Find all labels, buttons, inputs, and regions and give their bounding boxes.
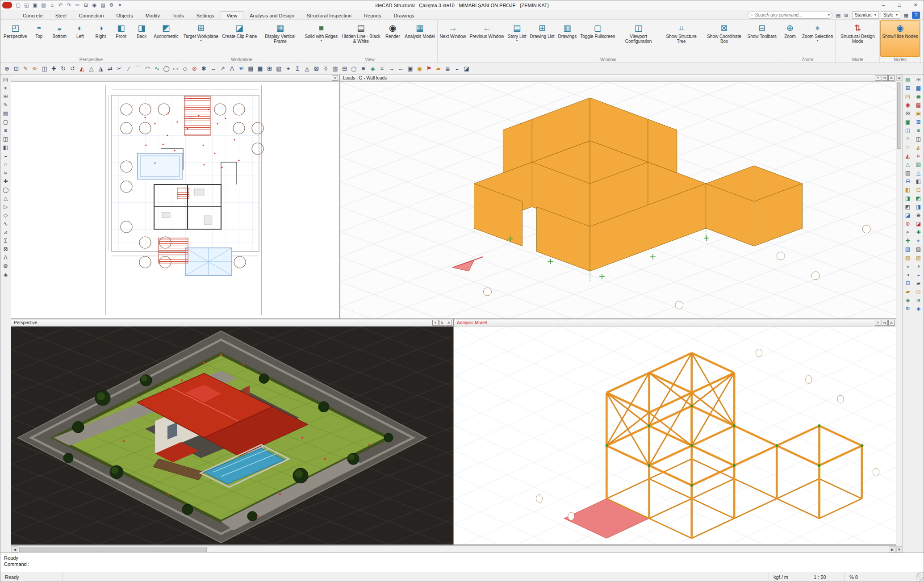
left-toolbar-icon[interactable]: ◧ — [1, 143, 10, 152]
scroll-down-icon[interactable]: ▼ — [896, 546, 902, 553]
left-toolbar-icon[interactable]: ✎ — [1, 101, 10, 109]
ribbon-button[interactable]: ◐ Left — [70, 20, 90, 57]
ribbon-tab[interactable]: Modify — [139, 11, 166, 19]
close-button[interactable]: ✕ — [907, 0, 924, 10]
ribbon-button[interactable]: ▤ Hidden Line - Black & White — [339, 20, 382, 57]
viewport-button[interactable]: A — [888, 75, 895, 81]
quick-access-icon[interactable]: ◱ — [22, 1, 31, 9]
command-area[interactable]: Ready Command : — [0, 553, 924, 572]
right-toolbar-icon[interactable]: ⊡ — [914, 288, 923, 296]
quick-access-icon[interactable]: ↶ — [56, 1, 65, 9]
ribbon-button[interactable]: ◪ Create Clip Plane — [220, 20, 259, 57]
right-toolbar-icon[interactable]: ◩ — [903, 203, 912, 211]
toolbar-icon[interactable]: ✱ — [199, 64, 209, 73]
toolbar-icon[interactable]: ⌖ — [284, 64, 293, 73]
left-toolbar-icon[interactable]: △ — [1, 194, 10, 203]
right-toolbar-icon[interactable]: ◈ — [914, 305, 923, 313]
viewport-button[interactable]: N — [439, 320, 445, 326]
left-toolbar-icon[interactable]: ▦ — [1, 109, 10, 118]
toolbar-icon[interactable]: ↗ — [218, 64, 227, 73]
right-toolbar-icon[interactable]: ✚ — [914, 228, 923, 237]
toolbar-icon[interactable]: ↻ — [59, 64, 68, 73]
right-toolbar-icon[interactable]: ▥ — [903, 169, 912, 177]
left-toolbar-icon[interactable]: ▤ — [1, 75, 10, 84]
right-toolbar-icon[interactable]: ▧ — [914, 254, 923, 262]
quick-access-icon[interactable]: ⚙ — [107, 1, 116, 9]
right-toolbar-icon[interactable]: ≋ — [903, 305, 912, 313]
render-canvas[interactable] — [11, 327, 453, 544]
toolbar-icon[interactable]: ← — [396, 64, 406, 73]
quick-access-icon[interactable]: ▥ — [39, 1, 48, 9]
toolbar-icon[interactable]: ◇ — [180, 64, 190, 73]
ribbon-button[interactable]: → Next Window — [438, 20, 468, 57]
toolbar-icon[interactable]: ∿ — [152, 64, 162, 73]
toolbar-icon[interactable]: ◫ — [40, 64, 49, 73]
right-toolbar-icon[interactable]: ▨ — [914, 245, 923, 254]
ribbon-button[interactable]: ⌖ Zoom Selection ▾ — [800, 20, 835, 57]
right-toolbar-icon[interactable]: ▰ — [914, 279, 923, 288]
left-toolbar-icon[interactable]: ∿ — [1, 220, 10, 228]
ribbon-button[interactable]: ⊕ Zoom — [780, 20, 800, 57]
toolbar-icon[interactable]: ≋ — [237, 64, 246, 73]
right-toolbar-icon[interactable]: ⊡ — [903, 279, 912, 288]
viewport-button[interactable]: N — [882, 75, 888, 81]
quick-access-icon[interactable]: ▤ — [99, 1, 107, 9]
toolbar-icon[interactable]: Σ — [293, 64, 302, 73]
viewport-button[interactable]: Y — [432, 320, 439, 326]
ribbon-tab[interactable]: Objects — [110, 11, 139, 19]
right-toolbar-icon[interactable]: ⊠ — [903, 109, 912, 118]
left-toolbar-icon[interactable]: ◫ — [1, 135, 10, 143]
floor-plan-canvas[interactable] — [11, 82, 339, 318]
left-toolbar-icon[interactable]: ⊿ — [1, 228, 10, 237]
right-toolbar-icon[interactable]: ✚ — [903, 237, 912, 245]
toolbar-icon[interactable]: ⌗ — [377, 64, 387, 73]
right-toolbar-icon[interactable]: ⌖ — [903, 228, 912, 237]
tabbar-tool-icon[interactable]: ⊠ — [842, 12, 850, 19]
standart-combo[interactable]: Standart ▾ — [852, 11, 879, 19]
right-toolbar-icon[interactable]: ▤ — [903, 92, 912, 101]
viewport-button[interactable]: ∧ — [332, 75, 338, 81]
left-toolbar-icon[interactable]: ▢ — [1, 118, 10, 126]
maximize-button[interactable]: □ — [891, 0, 907, 10]
toolbar-icon[interactable]: A — [227, 64, 237, 73]
style-combo[interactable]: Style ▾ — [881, 11, 900, 19]
minimize-button[interactable]: – — [875, 0, 891, 10]
toolbar-icon[interactable]: ≣ — [443, 64, 452, 73]
right-toolbar-icon[interactable]: ◉ — [914, 92, 923, 101]
toolbar-icon[interactable]: ◊ — [321, 64, 330, 73]
scroll-up-icon[interactable]: ▲ — [896, 75, 902, 81]
toolbar-icon[interactable]: ⊟ — [340, 64, 349, 73]
right-toolbar-icon[interactable]: ⊞ — [914, 75, 923, 84]
status-zoom-level[interactable]: % 8 — [845, 572, 876, 582]
left-toolbar-icon[interactable]: ⚙ — [1, 262, 10, 271]
show-hide-nodes-button[interactable]: ◉ Show/Hide Nodes — [880, 20, 920, 57]
ribbon-button[interactable]: ◒ Bottom — [49, 20, 70, 57]
right-toolbar-icon[interactable]: ◪ — [903, 211, 912, 220]
status-units[interactable]: kgf / m — [769, 572, 809, 582]
ribbon-tab[interactable]: View — [221, 11, 244, 19]
toolbar-icon[interactable]: ⌒ — [134, 64, 143, 73]
right-toolbar-icon[interactable]: ⊕ — [914, 211, 923, 220]
toolbar-icon[interactable]: ✏ — [30, 64, 40, 73]
right-toolbar-icon[interactable]: ◈ — [903, 296, 912, 305]
right-toolbar-icon[interactable]: ▧ — [903, 245, 912, 254]
right-toolbar-icon[interactable]: ◭ — [914, 143, 923, 152]
quick-access-icon[interactable]: ✏ — [73, 1, 82, 9]
search-dropdown-icon[interactable]: ▾ — [828, 13, 830, 17]
toolbar-icon[interactable]: ⊠ — [312, 64, 321, 73]
ribbon-button[interactable]: ▥ Drawings — [556, 20, 579, 57]
toolbar-icon[interactable]: ⊞ — [265, 64, 274, 73]
viewport-button[interactable]: A — [446, 320, 452, 326]
left-toolbar-icon[interactable]: ⌂ — [1, 160, 10, 169]
right-toolbar-icon[interactable]: ◭ — [903, 152, 912, 160]
toolbar-icon[interactable]: ▥ — [330, 64, 340, 73]
left-toolbar-icon[interactable]: Σ — [1, 237, 10, 245]
toolbar-icon[interactable]: ◬ — [302, 64, 312, 73]
toolbar-icon[interactable]: ⊡ — [12, 64, 21, 73]
analysis-model-canvas[interactable] — [454, 327, 896, 544]
right-toolbar-icon[interactable]: △ — [903, 160, 912, 169]
quick-access-icon[interactable]: ▢ — [14, 1, 22, 9]
ribbon-button[interactable]: ◨ Back — [131, 20, 152, 57]
left-toolbar-icon[interactable]: A — [1, 254, 10, 262]
quick-access-icon[interactable]: ▾ — [116, 1, 124, 9]
